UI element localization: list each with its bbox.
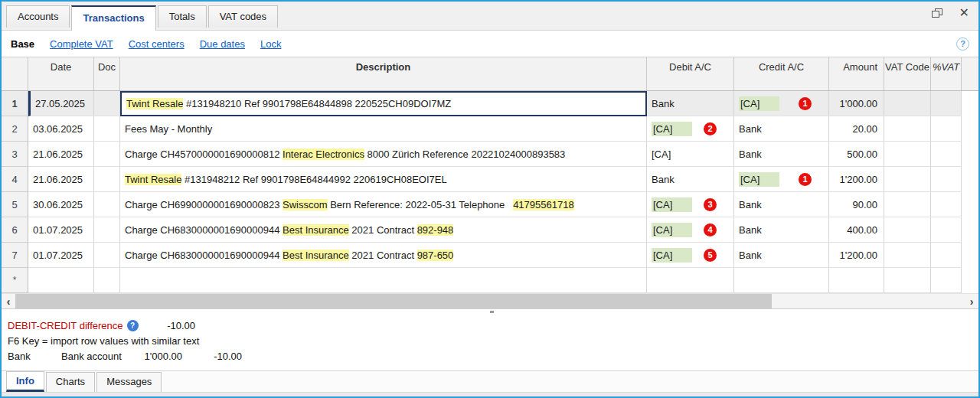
cell-doc[interactable] <box>94 217 120 243</box>
cell-doc[interactable] <box>94 142 120 167</box>
tab-accounts[interactable]: Accounts <box>6 5 70 28</box>
cell-date[interactable]: 21.06.2025 <box>28 142 94 167</box>
column-header--vat[interactable]: %VAT <box>931 57 962 90</box>
column-header-doc[interactable]: Doc <box>94 57 120 90</box>
tab-messages[interactable]: Messages <box>96 372 162 392</box>
cell-amount[interactable]: 400.00 <box>829 217 884 243</box>
cell-credit[interactable]: [CA]1 <box>734 91 829 116</box>
cell-doc[interactable] <box>94 268 120 293</box>
cell-description[interactable]: Twint Resale #131948212 Ref 9901798E6484… <box>120 167 647 192</box>
column-header-debit-a-c[interactable]: Debit A/C <box>647 57 734 90</box>
cell-credit[interactable]: Bank <box>734 192 829 217</box>
cell-vatcode[interactable] <box>884 217 931 243</box>
view-cost-centers[interactable]: Cost centers <box>129 38 185 50</box>
cell-amount[interactable]: 1'200.00 <box>829 243 884 268</box>
cell-description[interactable]: Charge CH6830000001690000944 Best Insura… <box>120 243 647 268</box>
cell-credit[interactable]: [CA]1 <box>734 167 829 192</box>
cell-credit[interactable]: Bank <box>734 142 829 167</box>
tab-vat-codes[interactable]: VAT codes <box>208 5 278 28</box>
cell-vatcode[interactable] <box>884 243 931 268</box>
cell-vatcode[interactable] <box>884 142 931 167</box>
column-header-credit-a-c[interactable]: Credit A/C <box>734 57 829 90</box>
scroll-left-icon[interactable]: ‹ <box>2 294 15 308</box>
cell-date[interactable]: 27.05.2025 <box>28 91 94 116</box>
cell-amount[interactable]: 1'000.00 <box>829 91 884 116</box>
scroll-right-icon[interactable]: › <box>965 294 978 308</box>
cell-pvat[interactable] <box>931 268 962 293</box>
cell-amount[interactable]: 500.00 <box>829 142 884 167</box>
row-number-cell[interactable]: 5 <box>2 192 28 217</box>
cell-date[interactable]: 01.07.2025 <box>28 217 94 243</box>
cell-doc[interactable] <box>94 192 120 217</box>
splitter-handle[interactable] <box>490 311 494 313</box>
cell-debit[interactable]: [CA]5 <box>647 243 734 268</box>
cell-doc[interactable] <box>94 91 120 116</box>
cell-date[interactable]: 03.06.2025 <box>28 116 94 142</box>
cell-pvat[interactable] <box>931 91 962 116</box>
column-header-date[interactable]: Date <box>28 57 94 90</box>
cell-description[interactable]: Twint Resale #131948210 Ref 9901798E6484… <box>120 91 647 116</box>
cell-credit[interactable] <box>734 268 829 293</box>
view-base[interactable]: Base <box>11 38 34 50</box>
cell-description[interactable] <box>120 268 647 293</box>
column-header-rownum[interactable] <box>2 57 28 90</box>
column-header-vat-code[interactable]: VAT Code <box>884 57 931 90</box>
scrollbar-track[interactable] <box>772 294 965 308</box>
row-number-cell[interactable]: 6 <box>2 217 28 243</box>
cell-pvat[interactable] <box>931 142 962 167</box>
cell-pvat[interactable] <box>931 116 962 142</box>
difference-help-icon[interactable]: ? <box>127 320 139 331</box>
cell-debit[interactable] <box>647 268 734 293</box>
cell-debit[interactable]: [CA] <box>647 142 734 167</box>
cell-description[interactable]: Charge CH6990000001690000823 Swisscom Be… <box>120 192 647 217</box>
cell-date[interactable]: 01.07.2025 <box>28 243 94 268</box>
cell-credit[interactable]: Bank <box>734 217 829 243</box>
cell-amount[interactable] <box>829 268 884 293</box>
cell-date[interactable]: 30.06.2025 <box>28 192 94 217</box>
cell-doc[interactable] <box>94 116 120 142</box>
cell-amount[interactable]: 20.00 <box>829 116 884 142</box>
scrollbar-thumb[interactable] <box>15 294 772 308</box>
cell-vatcode[interactable] <box>884 91 931 116</box>
cell-debit[interactable]: [CA]4 <box>647 217 734 243</box>
cell-doc[interactable] <box>94 243 120 268</box>
cell-description[interactable]: Charge CH6830000001690000944 Best Insura… <box>120 217 647 243</box>
row-number-cell[interactable]: 2 <box>2 116 28 142</box>
row-number-cell[interactable]: 3 <box>2 142 28 167</box>
row-number-cell[interactable]: 7 <box>2 243 28 268</box>
row-number-cell[interactable]: 1 <box>2 91 28 116</box>
cell-vatcode[interactable] <box>884 192 931 217</box>
view-lock[interactable]: Lock <box>260 38 281 50</box>
tab-charts[interactable]: Charts <box>46 372 95 392</box>
cell-pvat[interactable] <box>931 243 962 268</box>
cell-amount[interactable]: 1'200.00 <box>829 167 884 192</box>
cell-description[interactable]: Charge CH4570000001690000812 Interac Ele… <box>120 142 647 167</box>
cell-description[interactable]: Fees May - Monthly <box>120 116 647 142</box>
tab-info[interactable]: Info <box>6 371 44 392</box>
row-number-cell[interactable]: * <box>2 268 28 293</box>
cell-date[interactable]: 21.06.2025 <box>28 167 94 192</box>
horizontal-scrollbar[interactable]: ‹ › <box>2 293 978 308</box>
cell-amount[interactable]: 90.00 <box>829 192 884 217</box>
tab-transactions[interactable]: Transactions <box>71 5 155 31</box>
cell-debit[interactable]: Bank <box>647 91 734 116</box>
view-due-dates[interactable]: Due dates <box>200 38 245 50</box>
column-header-amount[interactable]: Amount <box>829 57 884 90</box>
tab-totals[interactable]: Totals <box>158 5 207 28</box>
column-header-description[interactable]: Description <box>120 57 647 90</box>
cell-pvat[interactable] <box>931 167 962 192</box>
cell-vatcode[interactable] <box>884 116 931 142</box>
restore-window-icon[interactable] <box>932 8 942 18</box>
cell-debit[interactable]: Bank <box>647 167 734 192</box>
cell-debit[interactable]: [CA]3 <box>647 192 734 217</box>
help-icon[interactable]: ? <box>956 38 969 51</box>
cell-vatcode[interactable] <box>884 167 931 192</box>
cell-debit[interactable]: [CA]2 <box>647 116 734 142</box>
cell-pvat[interactable] <box>931 192 962 217</box>
close-icon[interactable]: ✕ <box>959 7 969 19</box>
cell-doc[interactable] <box>94 167 120 192</box>
cell-pvat[interactable] <box>931 217 962 243</box>
cell-vatcode[interactable] <box>884 268 931 293</box>
cell-credit[interactable]: Bank <box>734 116 829 142</box>
row-number-cell[interactable]: 4 <box>2 167 28 192</box>
